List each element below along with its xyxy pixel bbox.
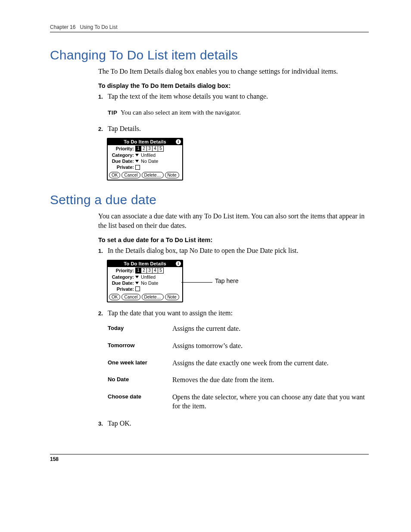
duedate-label: Due Date:	[109, 159, 134, 164]
opt-term: Tomorrow	[108, 341, 172, 351]
date-options-table: Today Assigns the current date. Tomorrow…	[108, 324, 369, 411]
opt-term: One week later	[108, 358, 172, 368]
priority-2[interactable]: 2	[141, 146, 147, 151]
private-label: Private:	[109, 286, 134, 292]
private-checkbox[interactable]	[135, 286, 140, 291]
step-1: 1. In the Details dialog box, tap No Dat…	[98, 246, 369, 255]
dialog-buttons: OK Cancel Delete… Note	[108, 292, 182, 302]
priority-4[interactable]: 4	[153, 146, 158, 151]
category-value[interactable]: Unfiled	[141, 152, 156, 158]
priority-label: Priority:	[109, 268, 134, 273]
category-label: Category:	[109, 274, 134, 280]
dialog-titlebar: To Do Item Details i	[108, 261, 182, 267]
note-button[interactable]: Note	[165, 172, 179, 178]
section2-intro: You can associate a due date with any To…	[98, 212, 369, 230]
section1-steps: 1. Tap the text of the item whose detail…	[98, 92, 369, 101]
page-number: 158	[50, 456, 59, 462]
duedate-value[interactable]: No Date	[141, 280, 158, 286]
duedate-value[interactable]: No Date	[141, 159, 158, 164]
step-text: Tap the text of the item whose details y…	[108, 92, 369, 101]
ok-button[interactable]: OK	[109, 294, 120, 300]
delete-button[interactable]: Delete…	[142, 172, 164, 178]
dropdown-icon[interactable]	[135, 282, 139, 284]
chapter-title: Using To Do List	[80, 24, 117, 30]
step-2: 2. Tap the date that you want to assign …	[98, 308, 369, 318]
step-1: 1. Tap the text of the item whose detail…	[98, 92, 369, 101]
opt-today: Today Assigns the current date.	[108, 324, 369, 333]
step-text: In the Details dialog box, tap No Date t…	[108, 246, 369, 255]
dropdown-icon[interactable]	[135, 276, 139, 278]
dropdown-icon[interactable]	[135, 160, 139, 162]
dialog-figure-2: To Do Item Details i Priority: 1 2 3 4 5…	[107, 260, 369, 302]
private-row: Private:	[108, 164, 182, 170]
category-row: Category: Unfiled	[108, 152, 182, 158]
category-label: Category:	[109, 152, 134, 158]
section2-subhead: To set a due date for a To Do List item:	[98, 236, 369, 243]
note-button[interactable]: Note	[165, 294, 179, 300]
step-number: 3.	[98, 419, 108, 428]
info-icon[interactable]: i	[176, 261, 181, 266]
priority-row: Priority: 1 2 3 4 5	[108, 267, 182, 274]
dialog-title: To Do Item Details	[124, 139, 166, 144]
priority-5[interactable]: 5	[158, 268, 163, 273]
priority-selector[interactable]: 1 2 3 4 5	[135, 268, 164, 274]
section2-steps-end: 3. Tap OK.	[98, 419, 369, 428]
cancel-button[interactable]: Cancel	[121, 294, 140, 300]
duedate-row: Due Date: No Date	[108, 280, 182, 286]
opt-desc: Assigns the date exactly one week from t…	[172, 358, 369, 368]
step-2: 2. Tap Details.	[98, 124, 369, 134]
opt-tomorrow: Tomorrow Assigns tomorrow’s date.	[108, 341, 369, 351]
section1-intro: The To Do Item Details dialog box enable…	[98, 67, 369, 76]
ok-button[interactable]: OK	[109, 172, 120, 178]
priority-2[interactable]: 2	[141, 268, 147, 273]
priority-3[interactable]: 3	[147, 146, 153, 151]
step-number: 1.	[98, 246, 108, 255]
priority-selector[interactable]: 1 2 3 4 5	[135, 146, 164, 152]
section-heading-changing: Changing To Do List item details	[50, 48, 369, 62]
priority-1[interactable]: 1	[136, 268, 141, 273]
priority-1[interactable]: 1	[136, 146, 141, 151]
opt-one-week: One week later Assigns the date exactly …	[108, 358, 369, 368]
private-checkbox[interactable]	[135, 165, 140, 170]
manual-page: Chapter 16 Using To Do List Changing To …	[0, 0, 411, 479]
opt-desc: Assigns the current date.	[172, 324, 369, 333]
cancel-button[interactable]: Cancel	[121, 172, 140, 178]
step-text: Tap Details.	[108, 124, 369, 134]
opt-term: Choose date	[108, 392, 172, 411]
section2-steps-cont: 2. Tap the date that you want to assign …	[98, 308, 369, 318]
step-number: 2.	[98, 124, 108, 134]
section2-steps: 1. In the Details dialog box, tap No Dat…	[98, 246, 369, 255]
todo-item-details-dialog: To Do Item Details i Priority: 1 2 3 4 5…	[107, 260, 183, 302]
info-icon[interactable]: i	[176, 139, 181, 144]
category-row: Category: Unfiled	[108, 274, 182, 280]
section2-body: You can associate a due date with any To…	[98, 212, 369, 428]
tip-block: TIP You can also select an item with the…	[108, 109, 369, 116]
dialog-titlebar: To Do Item Details i	[108, 139, 182, 145]
section-heading-duedate: Setting a due date	[50, 193, 369, 207]
priority-3[interactable]: 3	[147, 268, 153, 273]
private-label: Private:	[109, 165, 134, 170]
opt-choose-date: Choose date Opens the date selector, whe…	[108, 392, 369, 411]
category-value[interactable]: Unfiled	[141, 274, 156, 280]
callout-text: Tap here	[215, 277, 238, 284]
duedate-row: Due Date: No Date	[108, 158, 182, 164]
opt-term: Today	[108, 324, 172, 333]
duedate-label: Due Date:	[109, 280, 134, 286]
chapter-label: Chapter 16	[50, 24, 75, 30]
delete-button[interactable]: Delete…	[142, 294, 164, 300]
step-text: Tap the date that you want to assign the…	[108, 308, 369, 318]
private-row: Private:	[108, 286, 182, 292]
section1-body: The To Do Item Details dialog box enable…	[98, 67, 369, 180]
dialog-figure-1: To Do Item Details i Priority: 1 2 3 4 5…	[107, 138, 369, 180]
running-header: Chapter 16 Using To Do List	[50, 24, 369, 32]
dropdown-icon[interactable]	[135, 154, 139, 156]
opt-desc: Opens the date selector, where you can c…	[172, 392, 369, 411]
priority-5[interactable]: 5	[158, 146, 163, 151]
priority-4[interactable]: 4	[153, 268, 158, 273]
priority-row: Priority: 1 2 3 4 5	[108, 145, 182, 152]
page-footer: 158	[50, 454, 369, 462]
step-number: 2.	[98, 308, 108, 318]
opt-desc: Removes the due date from the item.	[172, 375, 369, 385]
section1-steps-cont: 2. Tap Details.	[98, 124, 369, 134]
opt-term: No Date	[108, 375, 172, 385]
